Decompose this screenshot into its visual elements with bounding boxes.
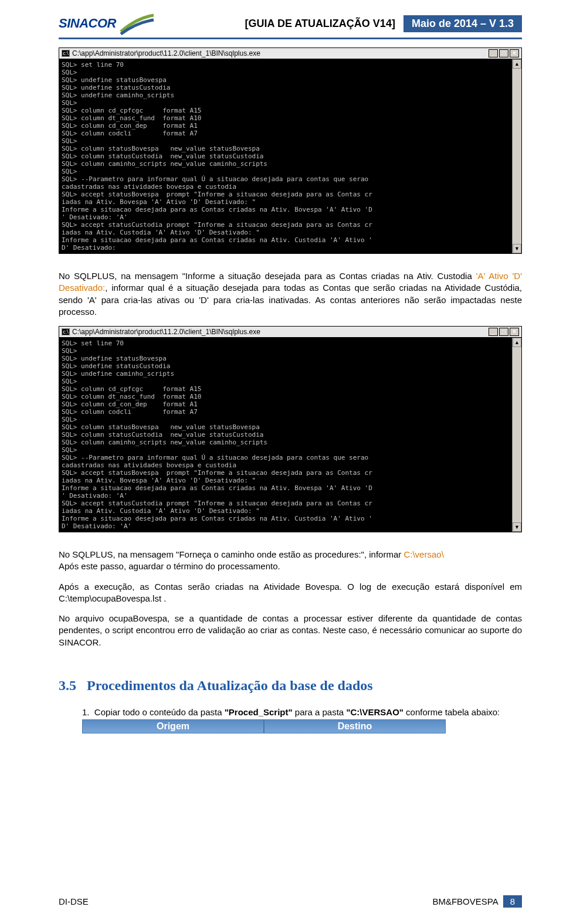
scrollbar: ▲ ▼	[512, 338, 521, 532]
terminal-screenshot-2: c:\ C:\app\Administrator\product\11.2.0\…	[59, 326, 522, 532]
paragraph-2: No SQLPLUS, na mensagem "Forneça o camin…	[59, 549, 522, 573]
paragraph-1: No SQLPLUS, na mensagem "Informe a situa…	[59, 270, 522, 318]
maximize-icon: □	[499, 328, 508, 336]
page-footer: DI-DSE BM&FBOVESPA 8	[59, 895, 522, 908]
terminal-output: SQL> set line 70 SQL> SQL> undefine stat…	[59, 338, 512, 532]
section-heading-3-5: 3.5Procedimentos da Atualização da base …	[59, 678, 522, 694]
maximize-icon: □	[499, 49, 508, 57]
doc-date: Maio de 2014 – V 1.3	[403, 15, 522, 32]
minimize-icon: _	[489, 328, 498, 336]
logo-text: SINACOR	[59, 16, 116, 31]
scroll-up-icon: ▲	[513, 59, 521, 69]
table-header-origem: Origem	[82, 719, 264, 733]
scroll-down-icon: ▼	[513, 244, 521, 253]
origin-dest-table: Origem Destino	[82, 719, 446, 733]
terminal-output: SQL> set line 70 SQL> SQL> undefine stat…	[59, 59, 512, 253]
page-number: 8	[503, 895, 522, 908]
doc-title: [GUIA DE ATUALIZAÇÃO V14]	[240, 15, 400, 32]
scroll-up-icon: ▲	[513, 338, 521, 347]
header-titles: [GUIA DE ATUALIZAÇÃO V14] Maio de 2014 –…	[240, 15, 522, 32]
paragraph-4: No arquivo ocupaBovespa, se a quantidade…	[59, 613, 522, 648]
terminal-titlebar: c:\ C:\app\Administrator\product\11.2.0\…	[59, 327, 521, 338]
footer-left: DI-DSE	[59, 896, 89, 906]
cmd-icon: c:\	[62, 50, 70, 57]
scrollbar: ▲ ▼	[512, 59, 521, 253]
scroll-down-icon: ▼	[513, 522, 521, 532]
page-header: SINACOR [GUIA DE ATUALIZAÇÃO V14] Maio d…	[59, 12, 522, 35]
minimize-icon: _	[489, 49, 498, 57]
close-icon: ×	[510, 49, 519, 57]
paragraph-3: Após a execução, as Contas serão criadas…	[59, 581, 522, 605]
header-divider	[59, 38, 522, 39]
terminal-titlebar: c:\ C:\app\Administrator\product\11.2.0\…	[59, 48, 521, 59]
terminal-screenshot-1: c:\ C:\app\Administrator\product\11.2.0\…	[59, 47, 522, 254]
cmd-icon: c:\	[62, 328, 70, 335]
logo: SINACOR	[59, 12, 155, 35]
logo-swoosh-icon	[120, 12, 155, 35]
close-icon: ×	[510, 328, 519, 336]
terminal-title: C:\app\Administrator\product\11.2.0\clie…	[72, 328, 260, 336]
terminal-title: C:\app\Administrator\product\11.2.0\clie…	[72, 49, 260, 57]
list-item-1: 1. Copiar todo o conteúdo da pasta "Proc…	[82, 706, 522, 718]
footer-right: BM&FBOVESPA	[432, 896, 498, 906]
table-header-destino: Destino	[264, 719, 446, 733]
